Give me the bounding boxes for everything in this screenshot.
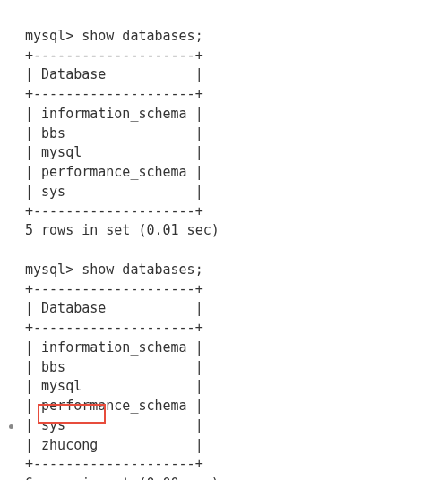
border-1c: +--------------------+ xyxy=(25,203,203,219)
row-1-2: | mysql | xyxy=(25,144,203,160)
mysql-terminal: mysql> show databases; +----------------… xyxy=(0,0,448,480)
border-1b: +--------------------+ xyxy=(25,86,203,102)
row-1-3: | performance_schema | xyxy=(25,164,203,180)
header-2: | Database | xyxy=(25,300,203,316)
result-2: 6 rows in set (0.00 sec) xyxy=(25,476,220,480)
result-1: 5 rows in set (0.01 sec) xyxy=(25,222,220,238)
border-2c: +--------------------+ xyxy=(25,456,203,472)
border-2b: +--------------------+ xyxy=(25,320,203,336)
row-1-0: | information_schema | xyxy=(25,106,203,122)
command-2: show databases; xyxy=(82,261,202,278)
header-1: | Database | xyxy=(25,66,203,82)
row-2-2: | mysql | xyxy=(25,378,203,394)
row-1-1: | bbs | xyxy=(25,125,203,141)
row-2-0: | information_schema | xyxy=(25,339,203,356)
row-2-5: | zhucong | xyxy=(25,437,203,453)
row-2-3: | performance_schema | xyxy=(25,398,203,414)
row-1-4: | sys | xyxy=(25,184,203,200)
prompt-1: mysql> xyxy=(25,28,73,44)
gutter-dot-icon xyxy=(9,424,13,429)
row-2-1: | bbs | xyxy=(25,359,203,375)
row-2-4: | sys | xyxy=(25,417,203,433)
border-2a: +--------------------+ xyxy=(25,281,203,297)
prompt-2: mysql> xyxy=(25,261,73,278)
command-1: show databases; xyxy=(82,28,202,44)
border-1a: +--------------------+ xyxy=(25,47,203,64)
